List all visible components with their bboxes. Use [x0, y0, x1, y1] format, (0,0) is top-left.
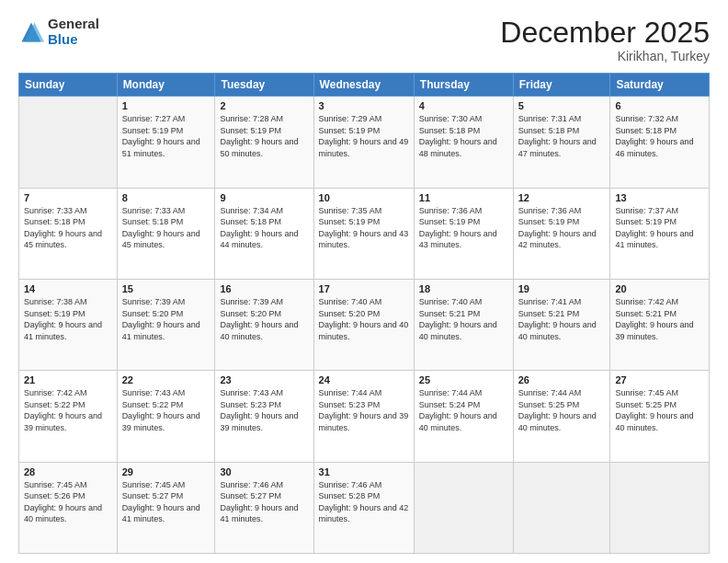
calendar-cell: 20Sunrise: 7:42 AMSunset: 5:21 PMDayligh…	[610, 279, 710, 370]
day-number: 9	[220, 192, 308, 203]
logo-general: General	[48, 17, 99, 32]
day-number: 22	[122, 374, 210, 385]
day-number: 6	[615, 100, 704, 111]
day-info: Sunrise: 7:40 AMSunset: 5:20 PMDaylight:…	[319, 296, 409, 342]
calendar-cell	[414, 462, 513, 553]
day-number: 29	[122, 466, 210, 477]
calendar-week-row: 14Sunrise: 7:38 AMSunset: 5:19 PMDayligh…	[19, 279, 710, 370]
day-info: Sunrise: 7:45 AMSunset: 5:26 PMDaylight:…	[24, 479, 112, 525]
weekday-header: Wednesday	[313, 74, 414, 97]
weekday-header: Sunday	[19, 74, 118, 97]
calendar-cell: 25Sunrise: 7:44 AMSunset: 5:24 PMDayligh…	[414, 371, 513, 462]
day-info: Sunrise: 7:46 AMSunset: 5:28 PMDaylight:…	[319, 479, 409, 525]
logo-icon	[18, 19, 44, 45]
calendar-cell: 19Sunrise: 7:41 AMSunset: 5:21 PMDayligh…	[513, 279, 610, 370]
day-number: 27	[615, 374, 704, 385]
calendar-cell: 13Sunrise: 7:37 AMSunset: 5:19 PMDayligh…	[610, 188, 710, 279]
day-info: Sunrise: 7:29 AMSunset: 5:19 PMDaylight:…	[319, 113, 409, 159]
day-number: 14	[24, 283, 112, 294]
day-number: 28	[24, 466, 112, 477]
day-number: 8	[122, 192, 210, 203]
day-info: Sunrise: 7:33 AMSunset: 5:18 PMDaylight:…	[122, 205, 210, 251]
location: Kirikhan, Turkey	[500, 49, 710, 63]
day-info: Sunrise: 7:31 AMSunset: 5:18 PMDaylight:…	[518, 113, 606, 159]
calendar-cell: 18Sunrise: 7:40 AMSunset: 5:21 PMDayligh…	[414, 279, 513, 370]
day-info: Sunrise: 7:36 AMSunset: 5:19 PMDaylight:…	[419, 205, 508, 251]
calendar-cell: 28Sunrise: 7:45 AMSunset: 5:26 PMDayligh…	[19, 462, 118, 553]
day-info: Sunrise: 7:45 AMSunset: 5:25 PMDaylight:…	[615, 387, 704, 433]
day-info: Sunrise: 7:43 AMSunset: 5:22 PMDaylight:…	[122, 387, 210, 433]
calendar-cell: 8Sunrise: 7:33 AMSunset: 5:18 PMDaylight…	[117, 188, 215, 279]
day-number: 18	[419, 283, 508, 294]
day-info: Sunrise: 7:42 AMSunset: 5:22 PMDaylight:…	[24, 387, 112, 433]
calendar-cell: 30Sunrise: 7:46 AMSunset: 5:27 PMDayligh…	[215, 462, 313, 553]
calendar-cell: 1Sunrise: 7:27 AMSunset: 5:19 PMDaylight…	[117, 97, 215, 188]
calendar-cell: 31Sunrise: 7:46 AMSunset: 5:28 PMDayligh…	[313, 462, 414, 553]
day-info: Sunrise: 7:39 AMSunset: 5:20 PMDaylight:…	[122, 296, 210, 342]
calendar-cell: 2Sunrise: 7:28 AMSunset: 5:19 PMDaylight…	[215, 97, 313, 188]
day-info: Sunrise: 7:44 AMSunset: 5:25 PMDaylight:…	[518, 387, 606, 433]
day-number: 21	[24, 374, 112, 385]
month-title: December 2025	[500, 17, 710, 49]
calendar-cell: 22Sunrise: 7:43 AMSunset: 5:22 PMDayligh…	[117, 371, 215, 462]
day-number: 13	[615, 192, 704, 203]
day-info: Sunrise: 7:27 AMSunset: 5:19 PMDaylight:…	[122, 113, 210, 159]
weekday-header: Friday	[513, 74, 610, 97]
day-number: 24	[319, 374, 409, 385]
calendar-body: 1Sunrise: 7:27 AMSunset: 5:19 PMDaylight…	[19, 97, 710, 554]
day-number: 19	[518, 283, 606, 294]
day-info: Sunrise: 7:42 AMSunset: 5:21 PMDaylight:…	[615, 296, 704, 342]
calendar-cell: 29Sunrise: 7:45 AMSunset: 5:27 PMDayligh…	[117, 462, 215, 553]
day-number: 23	[220, 374, 308, 385]
calendar-cell: 14Sunrise: 7:38 AMSunset: 5:19 PMDayligh…	[19, 279, 118, 370]
calendar-cell: 4Sunrise: 7:30 AMSunset: 5:18 PMDaylight…	[414, 97, 513, 188]
calendar-week-row: 21Sunrise: 7:42 AMSunset: 5:22 PMDayligh…	[19, 371, 710, 462]
weekday-header: Thursday	[414, 74, 513, 97]
day-info: Sunrise: 7:40 AMSunset: 5:21 PMDaylight:…	[419, 296, 508, 342]
logo-blue: Blue	[48, 32, 99, 48]
calendar-cell: 9Sunrise: 7:34 AMSunset: 5:18 PMDaylight…	[215, 188, 313, 279]
logo: General Blue	[18, 17, 99, 47]
day-info: Sunrise: 7:43 AMSunset: 5:23 PMDaylight:…	[220, 387, 308, 433]
page: General Blue December 2025 Kirikhan, Tur…	[0, 0, 728, 563]
day-info: Sunrise: 7:35 AMSunset: 5:19 PMDaylight:…	[319, 205, 409, 251]
calendar-cell: 11Sunrise: 7:36 AMSunset: 5:19 PMDayligh…	[414, 188, 513, 279]
calendar: SundayMondayTuesdayWednesdayThursdayFrid…	[18, 73, 710, 554]
day-info: Sunrise: 7:46 AMSunset: 5:27 PMDaylight:…	[220, 479, 308, 525]
calendar-cell: 6Sunrise: 7:32 AMSunset: 5:18 PMDaylight…	[610, 97, 710, 188]
header: General Blue December 2025 Kirikhan, Tur…	[18, 17, 710, 63]
calendar-cell	[513, 462, 610, 553]
day-info: Sunrise: 7:37 AMSunset: 5:19 PMDaylight:…	[615, 205, 704, 251]
day-info: Sunrise: 7:36 AMSunset: 5:19 PMDaylight:…	[518, 205, 606, 251]
calendar-cell: 24Sunrise: 7:44 AMSunset: 5:23 PMDayligh…	[313, 371, 414, 462]
day-number: 20	[615, 283, 704, 294]
calendar-cell: 23Sunrise: 7:43 AMSunset: 5:23 PMDayligh…	[215, 371, 313, 462]
calendar-week-row: 7Sunrise: 7:33 AMSunset: 5:18 PMDaylight…	[19, 188, 710, 279]
calendar-cell	[610, 462, 710, 553]
day-info: Sunrise: 7:44 AMSunset: 5:24 PMDaylight:…	[419, 387, 508, 433]
calendar-cell: 12Sunrise: 7:36 AMSunset: 5:19 PMDayligh…	[513, 188, 610, 279]
day-number: 30	[220, 466, 308, 477]
calendar-cell: 21Sunrise: 7:42 AMSunset: 5:22 PMDayligh…	[19, 371, 118, 462]
weekday-row: SundayMondayTuesdayWednesdayThursdayFrid…	[19, 74, 710, 97]
calendar-cell: 3Sunrise: 7:29 AMSunset: 5:19 PMDaylight…	[313, 97, 414, 188]
day-number: 3	[319, 100, 409, 111]
title-block: December 2025 Kirikhan, Turkey	[500, 17, 710, 63]
calendar-cell: 26Sunrise: 7:44 AMSunset: 5:25 PMDayligh…	[513, 371, 610, 462]
day-info: Sunrise: 7:45 AMSunset: 5:27 PMDaylight:…	[122, 479, 210, 525]
day-number: 17	[319, 283, 409, 294]
weekday-header: Saturday	[610, 74, 710, 97]
day-info: Sunrise: 7:33 AMSunset: 5:18 PMDaylight:…	[24, 205, 112, 251]
day-number: 10	[319, 192, 409, 203]
calendar-cell: 27Sunrise: 7:45 AMSunset: 5:25 PMDayligh…	[610, 371, 710, 462]
day-number: 7	[24, 192, 112, 203]
day-number: 26	[518, 374, 606, 385]
day-info: Sunrise: 7:32 AMSunset: 5:18 PMDaylight:…	[615, 113, 704, 159]
calendar-cell: 7Sunrise: 7:33 AMSunset: 5:18 PMDaylight…	[19, 188, 118, 279]
day-number: 2	[220, 100, 308, 111]
day-number: 4	[419, 100, 508, 111]
calendar-cell	[19, 97, 118, 188]
day-info: Sunrise: 7:34 AMSunset: 5:18 PMDaylight:…	[220, 205, 308, 251]
day-number: 1	[122, 100, 210, 111]
day-number: 15	[122, 283, 210, 294]
